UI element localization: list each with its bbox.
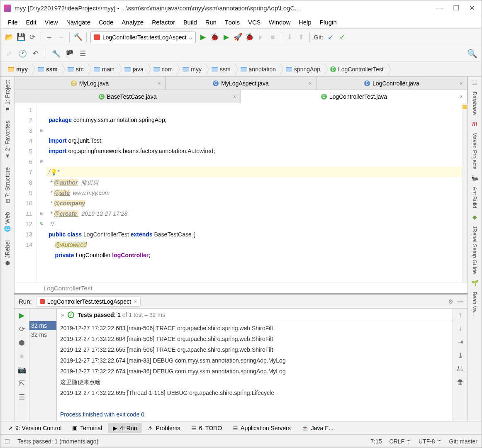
menu-analyze[interactable]: Analyze — [118, 17, 147, 27]
error-stripe[interactable] — [462, 103, 467, 282]
caret-position[interactable]: 7:15 — [370, 438, 382, 445]
structure-icon[interactable]: ☰ — [78, 49, 87, 58]
settings-icon[interactable]: ☰ — [19, 393, 25, 402]
tab-basetestcase[interactable]: CBaseTestCase.java× — [15, 90, 241, 103]
menu-plugin[interactable]: Plugin — [316, 17, 340, 27]
breadcrumb-item[interactable]: ssm — [206, 63, 235, 75]
git-pull-icon[interactable]: ↙ — [326, 33, 335, 42]
editor-breadcrumb[interactable]: LogControllerTest — [15, 282, 467, 293]
tab-mylogaspect[interactable]: CMyLogAspect.java× — [166, 77, 316, 90]
maximize-button[interactable]: ☐ — [453, 4, 459, 12]
close-tab-icon[interactable]: × — [158, 80, 161, 87]
trash-icon[interactable]: 🗑 — [457, 378, 464, 387]
rerun-icon[interactable]: ▶ — [19, 311, 24, 320]
flag-icon[interactable]: 🏴 — [65, 49, 74, 58]
code-content[interactable]: package com.myy.ssm.annotation.springAop… — [46, 103, 462, 282]
run-config-dropdown[interactable]: LogControllerTest.testLogAspect ⌵ — [90, 32, 196, 43]
menu-view[interactable]: View — [41, 17, 61, 27]
menu-help[interactable]: Help — [296, 17, 315, 27]
tool-project[interactable]: ■ 1: Project — [3, 77, 12, 116]
vcs-update-icon[interactable]: ⬇ — [285, 33, 294, 42]
undo-icon[interactable]: ↶ — [31, 49, 40, 58]
tool-jrebel-guide[interactable]: JRebel Setup Guide — [470, 222, 479, 277]
menu-refactor[interactable]: Refactor — [148, 17, 178, 27]
tool-bean[interactable]: Bean Va... — [470, 288, 479, 320]
console-output[interactable]: 2019-12-27 17:32:22.603 [main-506] TRACE… — [57, 321, 453, 434]
tab-vcs[interactable]: ↗ 9: Version Control — [3, 423, 66, 433]
export-icon[interactable]: ⇱ — [19, 379, 25, 388]
wrench-icon[interactable]: 🔧 — [51, 49, 61, 58]
breadcrumb-item[interactable]: src — [62, 63, 88, 75]
tab-logcontrollertest[interactable]: CLogControllerTest.java× — [241, 90, 467, 103]
menu-run[interactable]: Run — [202, 17, 220, 27]
print-icon[interactable]: 🖶 — [457, 365, 464, 373]
menu-window[interactable]: Window — [265, 17, 294, 27]
stop-icon[interactable]: ■ — [19, 352, 24, 360]
breadcrumb-item[interactable]: myy — [2, 63, 32, 75]
close-tab-icon[interactable]: × — [233, 93, 236, 100]
tool-maven[interactable]: Maven Projects — [470, 129, 479, 173]
test-tree[interactable]: 32 ms 32 ms — [29, 309, 57, 434]
close-tab-icon[interactable]: × — [309, 80, 312, 87]
forward-icon[interactable]: → — [56, 33, 66, 42]
run-config-tab[interactable]: LogControllerTest.testLogAspect× — [36, 297, 141, 307]
breadcrumb-item[interactable]: main — [88, 63, 119, 75]
menu-edit[interactable]: Edit — [23, 17, 40, 27]
breadcrumb-item[interactable]: annotation — [235, 63, 280, 75]
tab-appservers[interactable]: ☰ Application Servers — [228, 423, 296, 433]
breadcrumb-item[interactable]: springAop — [280, 63, 324, 75]
tab-mylog[interactable]: @MyLog.java× — [15, 77, 166, 90]
expand-icon[interactable]: ⤢ — [5, 49, 14, 58]
tool-ant[interactable]: Ant Build — [470, 183, 479, 212]
vcs-commit-icon[interactable]: ⬆ — [297, 33, 306, 42]
save-icon[interactable]: 💾 — [16, 33, 25, 42]
build-icon[interactable]: 🔨 — [73, 33, 83, 42]
run-icon[interactable]: ▶ — [198, 33, 207, 42]
menu-code[interactable]: Code — [95, 17, 117, 27]
breadcrumb-item[interactable]: ssm — [32, 63, 62, 75]
clock-icon[interactable]: 🕐 — [18, 49, 27, 58]
tool-database[interactable]: Database — [470, 88, 479, 118]
debug-icon[interactable]: 🐞 — [210, 33, 219, 42]
tool-jrebel[interactable]: ⬢ JRebel — [3, 237, 12, 270]
close-tab-icon[interactable]: × — [460, 93, 463, 100]
tab-javaee[interactable]: ☕ Java E... — [297, 423, 338, 433]
tab-terminal[interactable]: ▣ Terminal — [67, 423, 107, 433]
back-icon[interactable]: ← — [45, 33, 54, 42]
expand-arrow-icon[interactable]: » — [61, 312, 64, 318]
code-editor[interactable]: 1234567891011121314 ⊟⊟⊟↻ package com.myy… — [15, 103, 467, 282]
breadcrumb-item[interactable]: com — [148, 63, 177, 75]
menu-tools[interactable]: Tools — [222, 17, 243, 27]
toggle-icon[interactable]: ⟳ — [19, 325, 25, 334]
tab-todo[interactable]: ☰ 6: TODO — [186, 423, 227, 433]
menu-navigate[interactable]: Navigate — [63, 17, 94, 27]
git-branch[interactable]: Git: master — [449, 438, 477, 445]
jrebel-run-icon[interactable]: 🚀 — [233, 33, 242, 42]
jrebel-debug-icon[interactable]: 🐞 — [245, 33, 254, 42]
tab-problems[interactable]: ⚠ Problems — [143, 423, 185, 433]
tab-run[interactable]: ▶ 4: Run — [108, 423, 142, 433]
fold-gutter[interactable]: ⊟⊟⊟↻ — [37, 103, 46, 282]
tool-web[interactable]: 🌐 Web — [3, 209, 12, 236]
up-icon[interactable]: ↑ — [458, 311, 462, 319]
menu-build[interactable]: Build — [180, 17, 200, 27]
close-icon[interactable]: × — [134, 298, 137, 305]
jrebel-icon[interactable]: ⬢ — [19, 338, 25, 347]
tab-logcontroller[interactable]: CLogController.java× — [316, 77, 467, 90]
minimize-button[interactable]: — — [436, 4, 443, 12]
coverage-icon[interactable]: ▶ — [222, 33, 231, 42]
camera-icon[interactable]: 📷 — [17, 365, 26, 374]
minimize-panel-icon[interactable]: — — [458, 298, 463, 305]
wrap-icon[interactable]: ⇥ — [458, 338, 463, 346]
sync-icon[interactable]: ⟳ — [28, 33, 37, 42]
search-icon[interactable]: 🔍 — [467, 49, 477, 58]
status-frame-icon[interactable]: ☐ — [5, 438, 10, 445]
git-push-icon[interactable]: ✓ — [338, 33, 347, 42]
gear-icon[interactable]: ⚙ — [448, 298, 453, 305]
close-tab-icon[interactable]: × — [460, 80, 463, 87]
tool-favorites[interactable]: ★ 2: Favorites — [3, 117, 12, 162]
stop-icon[interactable]: ■ — [268, 33, 277, 42]
breadcrumb-item[interactable]: myy — [177, 63, 206, 75]
down-icon[interactable]: ↓ — [458, 324, 462, 333]
file-encoding[interactable]: UTF-8 ≑ — [419, 438, 442, 445]
